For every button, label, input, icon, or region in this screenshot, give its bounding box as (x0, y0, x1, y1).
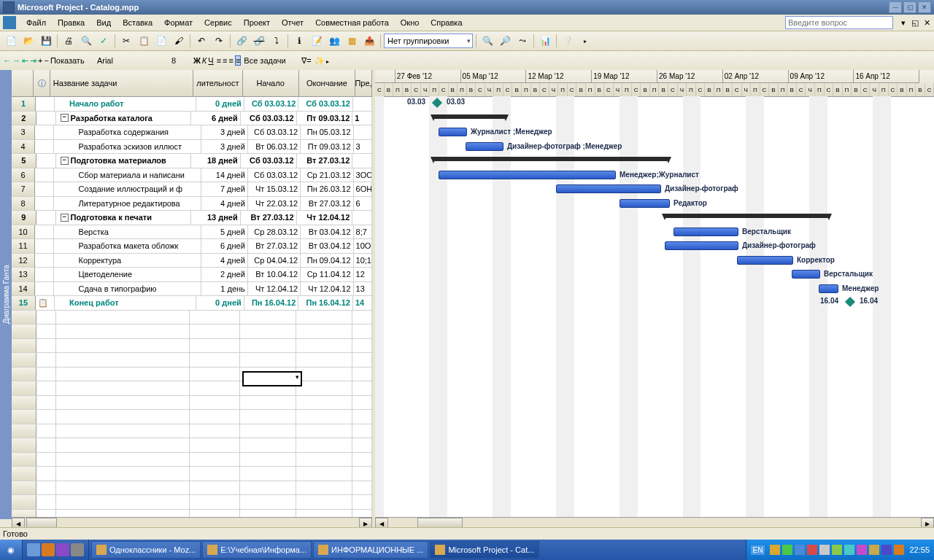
cell[interactable]: 3 дней (201, 140, 248, 154)
cell[interactable] (35, 140, 53, 154)
underline-button[interactable]: Ч (208, 56, 213, 65)
cell[interactable]: Пн 16.04.12 (298, 296, 353, 310)
minimize-button[interactable]: ─ (889, 1, 902, 13)
ganttwizard-button[interactable]: ✨ (314, 56, 325, 66)
table-row[interactable] (12, 381, 372, 396)
cell[interactable]: 9 (12, 211, 36, 225)
cell[interactable]: Разработка эскизов иллюст (54, 140, 201, 154)
cell[interactable]: Чт 12.04.12 (301, 282, 353, 296)
cell[interactable]: 8 (12, 197, 35, 211)
summary-bar[interactable] (433, 157, 668, 161)
align-left-button[interactable]: ≡ (217, 56, 221, 65)
cell[interactable] (35, 282, 53, 296)
table-row[interactable]: 12Корректура4 днейСр 04.04.12Пн 09.04.12… (12, 254, 372, 268)
cell[interactable]: Ср 21.03.12 (301, 168, 353, 182)
col-pred[interactable]: Пре, (355, 70, 372, 96)
cell[interactable]: Пн 05.03.12 (301, 125, 353, 139)
unlink-button[interactable]: 🔗 (251, 33, 267, 49)
zoom-out-button[interactable]: 🔎 (497, 33, 513, 49)
cell[interactable]: 2 (12, 112, 36, 125)
table-row[interactable] (12, 311, 372, 325)
gantt-row[interactable]: Дизайнер-фотограф ;Менеджер (375, 139, 934, 154)
forward-button[interactable]: → (12, 56, 20, 65)
table-row[interactable] (12, 339, 372, 354)
gantt-row[interactable]: Дизайнер-фотограф (375, 238, 934, 253)
cell[interactable] (352, 211, 372, 225)
cell[interactable]: Ср 04.04.12 (248, 254, 301, 268)
cell[interactable]: Сб 03.03.12 (298, 97, 353, 111)
hide-subtasks-button[interactable]: − (44, 56, 48, 65)
mdi-restore[interactable]: ◱ (911, 18, 919, 27)
cell[interactable]: 6 (12, 168, 35, 182)
table-row[interactable] (12, 424, 372, 439)
language-indicator[interactable]: EN (751, 545, 765, 555)
grid-body[interactable]: 1Начало работ0 днейСб 03.03.12Сб 03.03.1… (12, 97, 372, 529)
help-button[interactable]: ❔ (560, 33, 576, 49)
table-row[interactable]: 9−Подготовка к печати13 днейВт 27.03.12Ч… (12, 211, 372, 225)
cell[interactable]: Сб 03.03.12 (241, 112, 297, 125)
table-row[interactable]: 10Верстка5 днейСр 28.03.12Вт 03.04.128;7 (12, 225, 372, 240)
col-end[interactable]: Окончание (299, 70, 355, 96)
table-row[interactable] (12, 495, 372, 510)
tasks-button[interactable]: ▦ (344, 33, 360, 49)
tray-icon[interactable] (869, 545, 879, 555)
maximize-button[interactable]: ◱ (903, 1, 916, 13)
cell[interactable]: 6 дней (201, 239, 248, 253)
cell[interactable] (36, 112, 56, 125)
tray-icon[interactable] (857, 545, 867, 555)
gantt-row[interactable] (375, 210, 934, 225)
cell[interactable]: Сбор материала и написани (54, 168, 201, 182)
gantt-row[interactable]: Верстальщик (375, 225, 934, 239)
cell[interactable] (35, 197, 53, 211)
cell[interactable]: 4 дней (201, 197, 248, 211)
tray-icon[interactable] (844, 545, 854, 555)
table-row[interactable]: 15📋Конец работ0 днейПн 16.04.12Пн 16.04.… (12, 296, 372, 311)
paste-button[interactable]: 📄 (153, 33, 169, 49)
cell[interactable]: Вт 10.04.12 (248, 268, 301, 281)
cell[interactable]: 4 (12, 140, 35, 154)
gantt-row[interactable]: 03.0303.03 (375, 96, 934, 111)
cell[interactable]: 13 (354, 282, 372, 296)
gantt-row[interactable] (375, 111, 934, 125)
taskbar-task[interactable]: Одноклассники - Moz... (91, 541, 201, 559)
cell[interactable]: Вт 27.03.12 (297, 154, 353, 168)
goto-button[interactable]: ⤳ (514, 33, 530, 49)
menu-Правка[interactable]: Правка (52, 17, 90, 28)
back-button[interactable]: ← (3, 56, 11, 65)
toolbar2-options[interactable]: ▸ (326, 56, 329, 65)
cell[interactable]: 15 (12, 296, 36, 310)
cell[interactable]: 12 (12, 254, 35, 268)
table-row[interactable] (12, 324, 372, 339)
cut-button[interactable]: ✂ (118, 33, 134, 49)
tray-icon[interactable] (795, 545, 805, 555)
table-row[interactable] (12, 453, 372, 467)
cell[interactable] (36, 211, 56, 225)
cell[interactable]: 13 (12, 268, 35, 281)
ql-icon[interactable] (42, 543, 55, 556)
cell[interactable]: 10 (12, 225, 35, 239)
menu-Сервис[interactable]: Сервис (198, 17, 238, 28)
info-button[interactable]: ℹ (291, 33, 307, 49)
font-combo[interactable]: Arial (97, 56, 170, 65)
task-bar[interactable]: Редактор (620, 199, 670, 208)
cell[interactable]: Пн 16.04.12 (244, 296, 299, 310)
cell[interactable] (35, 225, 53, 239)
save-button[interactable]: 💾 (38, 33, 54, 49)
cell[interactable]: Пт 09.03.12 (297, 112, 353, 125)
task-bar[interactable]: Менеджер;Журналист (439, 171, 616, 179)
cell[interactable] (35, 254, 53, 268)
cell[interactable]: 14 дней (201, 168, 248, 182)
cell[interactable] (35, 182, 53, 196)
gantt-row[interactable]: Журналист ;Менеджер (375, 125, 934, 139)
cell[interactable]: Разработка макета обложк (54, 239, 201, 253)
task-bar[interactable]: Верстальщик (792, 270, 820, 279)
taskbar-task[interactable]: Microsoft Project - Cat... (430, 541, 539, 559)
cell[interactable] (35, 239, 53, 253)
task-bar[interactable]: Корректор (737, 256, 793, 265)
cell[interactable]: Цветоделение (54, 268, 201, 281)
help-search-input[interactable] (785, 16, 893, 29)
cell[interactable]: Сб 03.03.12 (248, 125, 301, 139)
publish-button[interactable]: 📤 (361, 33, 377, 49)
clock[interactable]: 22:55 (909, 545, 930, 554)
tray-icon[interactable] (770, 545, 780, 555)
